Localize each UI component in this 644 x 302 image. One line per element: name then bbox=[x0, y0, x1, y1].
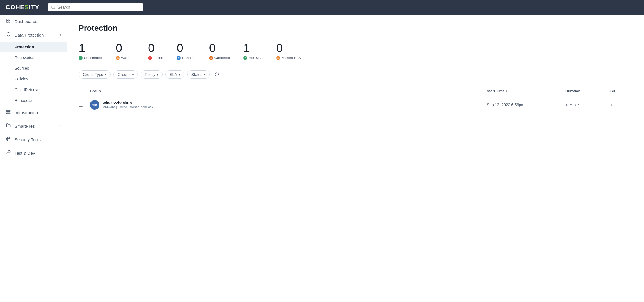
stat-label: ↻ Running bbox=[177, 56, 195, 60]
col-duration-label: Duration bbox=[565, 89, 580, 93]
svg-rect-8 bbox=[6, 113, 10, 114]
stat-label: ✓ Met SLA bbox=[243, 56, 263, 60]
sidebar-item-label: Security Tools bbox=[15, 137, 41, 142]
topbar: COHESITY bbox=[0, 0, 644, 15]
svg-point-10 bbox=[10, 112, 10, 112]
col-success-label: Su bbox=[610, 89, 615, 93]
chevron-down-icon: ▾ bbox=[105, 73, 106, 76]
search-input[interactable] bbox=[58, 5, 140, 10]
stat-label-text: Met SLA bbox=[249, 56, 263, 60]
met-sla-icon: ✓ bbox=[243, 56, 247, 60]
sidebar-item-cloudretrieve[interactable]: CloudRetrieve bbox=[0, 84, 67, 95]
row-group-info: win2022backup VMware | Policy: Bronze-no… bbox=[103, 101, 153, 109]
missed-sla-icon: ⚠ bbox=[276, 56, 280, 60]
filter-group-type[interactable]: Group Type ▾ bbox=[79, 70, 111, 79]
chevron-right-icon: › bbox=[60, 138, 61, 141]
stat-label-text: Missed SLA bbox=[282, 56, 301, 60]
sidebar-item-smartfiles[interactable]: SmartFiles › bbox=[0, 119, 67, 133]
svg-rect-4 bbox=[7, 21, 8, 22]
row-group-cell: Vm win2022backup VMware | Policy: Bronze… bbox=[90, 100, 487, 110]
logo-highlight: S bbox=[25, 4, 29, 11]
filter-sla[interactable]: SLA ▾ bbox=[165, 70, 184, 79]
sidebar-item-sources[interactable]: Sources bbox=[0, 63, 67, 74]
svg-point-11 bbox=[215, 73, 219, 76]
stat-label-text: Canceled bbox=[214, 56, 230, 60]
stat-label: ✕ Failed bbox=[148, 56, 163, 60]
filter-label: Policy bbox=[145, 72, 155, 77]
chevron-down-icon: ▾ bbox=[204, 73, 205, 76]
search-container bbox=[48, 3, 143, 11]
svg-line-1 bbox=[54, 8, 55, 9]
chevron-right-icon: › bbox=[60, 111, 61, 114]
page-title: Protection bbox=[79, 24, 633, 33]
col-checkbox bbox=[79, 89, 90, 93]
chevron-down-icon: ▾ bbox=[60, 33, 61, 37]
sidebar-item-label: Runbooks bbox=[15, 98, 32, 103]
row-checkbox[interactable] bbox=[79, 102, 83, 107]
logo: COHESITY bbox=[6, 4, 39, 11]
svg-point-0 bbox=[52, 6, 54, 8]
table-search-button[interactable] bbox=[213, 70, 221, 79]
chevron-down-icon: ▾ bbox=[179, 73, 180, 76]
chevron-down-icon: ▾ bbox=[157, 73, 158, 76]
select-all-checkbox[interactable] bbox=[79, 89, 83, 93]
stat-count: 1 bbox=[79, 42, 85, 55]
table-row[interactable]: Vm win2022backup VMware | Policy: Bronze… bbox=[79, 96, 633, 114]
col-start-time-label: Start Time bbox=[487, 89, 504, 93]
stat-count: 0 bbox=[209, 42, 216, 55]
stat-count: 0 bbox=[116, 42, 122, 55]
sidebar-item-label: Policies bbox=[15, 77, 28, 81]
stat-count: 0 bbox=[148, 42, 154, 55]
stat-label: ⚠ Warning bbox=[116, 56, 134, 60]
filter-policy[interactable]: Policy ▾ bbox=[141, 70, 163, 79]
sidebar-item-dashboards[interactable]: Dashboards bbox=[0, 15, 67, 28]
sidebar-item-infrastructure[interactable]: Infrastructure › bbox=[0, 106, 67, 119]
stat-canceled: 0 ⊘ Canceled bbox=[209, 42, 230, 60]
svg-rect-3 bbox=[9, 19, 10, 21]
filter-label: Status bbox=[191, 72, 203, 77]
chevron-down-icon: ▾ bbox=[132, 73, 134, 76]
sidebar-item-label: Sources bbox=[15, 66, 29, 71]
sidebar-item-data-protection[interactable]: Data Protection ▾ bbox=[0, 28, 67, 42]
filter-status[interactable]: Status ▾ bbox=[187, 70, 210, 79]
sidebar-item-policies[interactable]: Policies bbox=[0, 74, 67, 84]
row-start-time: Sep 13, 2022 6:56pm bbox=[487, 103, 565, 107]
col-start-time[interactable]: Start Time ↓ bbox=[487, 89, 565, 93]
servers-icon bbox=[6, 110, 11, 115]
sidebar-item-test-dev[interactable]: Test & Dev bbox=[0, 146, 67, 160]
main-content: Protection 1 ✓ Succeeded 0 ⚠ Warning 0 bbox=[67, 15, 644, 302]
col-group[interactable]: Group bbox=[90, 89, 487, 93]
filter-groups[interactable]: Groups ▾ bbox=[113, 70, 138, 79]
sidebar-item-label: Infrastructure bbox=[15, 110, 39, 115]
filter-label: Group Type bbox=[83, 72, 103, 77]
warning-icon: ⚠ bbox=[116, 56, 120, 60]
sidebar-item-protection[interactable]: Protection bbox=[0, 42, 67, 52]
search-icon bbox=[51, 5, 55, 10]
stat-label: ⊘ Canceled bbox=[209, 56, 230, 60]
sidebar-item-label: Data Protection bbox=[15, 33, 44, 37]
row-success: 1/ bbox=[610, 103, 633, 107]
sidebar: Dashboards Data Protection ▾ Protection … bbox=[0, 15, 67, 302]
row-group-name: win2022backup bbox=[103, 101, 153, 105]
sidebar-item-label: Test & Dev bbox=[15, 151, 35, 155]
sidebar-item-runbooks[interactable]: Runbooks bbox=[0, 95, 67, 106]
stats-row: 1 ✓ Succeeded 0 ⚠ Warning 0 ✕ Failed bbox=[79, 42, 633, 60]
sidebar-item-label: Protection bbox=[15, 45, 34, 49]
fingerprint-icon bbox=[6, 137, 11, 142]
row-group-meta: VMware | Policy: Bronze-nonLock bbox=[103, 105, 153, 109]
filter-label: SLA bbox=[170, 72, 177, 77]
stat-label: ✓ Succeeded bbox=[79, 56, 102, 60]
sidebar-item-security-tools[interactable]: Security Tools › bbox=[0, 133, 67, 146]
col-duration[interactable]: Duration bbox=[565, 89, 610, 93]
wrench-icon bbox=[6, 150, 11, 156]
sidebar-item-label: Recoveries bbox=[15, 55, 34, 60]
sidebar-item-recoveries[interactable]: Recoveries bbox=[0, 52, 67, 63]
sidebar-item-label: SmartFiles bbox=[15, 124, 35, 129]
stat-count: 1 bbox=[243, 42, 250, 55]
row-duration: 10m 35s bbox=[565, 103, 610, 107]
stat-label-text: Warning bbox=[121, 56, 134, 60]
sidebar-item-label: CloudRetrieve bbox=[15, 87, 40, 92]
avatar-text: Vm bbox=[92, 103, 97, 107]
filter-label: Groups bbox=[118, 72, 131, 77]
svg-point-9 bbox=[10, 111, 10, 111]
